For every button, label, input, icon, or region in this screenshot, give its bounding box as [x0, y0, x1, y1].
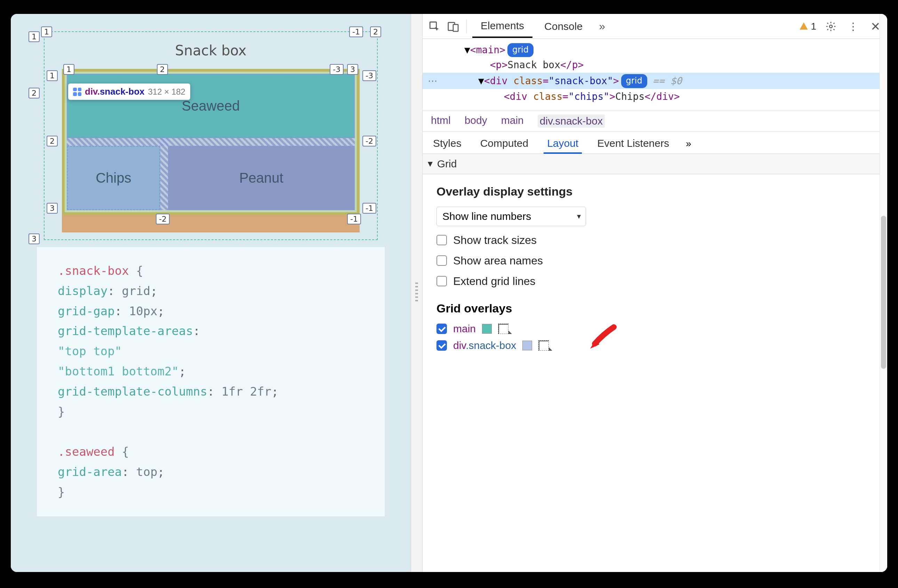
content-row: 1 -1 2 1 2 3 Snack box 1 2 -3 3	[11, 14, 887, 572]
grid-line-badge: 2	[370, 26, 381, 37]
grid-line-badge: 1	[29, 31, 40, 42]
tooltip-dimensions: 312 × 182	[148, 87, 185, 97]
dom-node-chips[interactable]: <div class="chips">Chips</div>	[423, 89, 887, 104]
check-area-names[interactable]: Show area names	[437, 254, 873, 267]
page-preview: 1 -1 2 1 2 3 Snack box 1 2 -3 3	[37, 31, 384, 516]
layout-body: Overlay display settings Show line numbe…	[423, 174, 887, 572]
dom-gutter-icon[interactable]: ⋯	[423, 74, 443, 88]
resize-handle[interactable]	[411, 14, 423, 572]
svg-rect-2	[453, 25, 458, 31]
grid-line-badge: 1	[41, 26, 52, 37]
devtools-toolbar: Elements Console » 1 ⋮ ✕	[423, 14, 887, 39]
color-swatch[interactable]	[482, 324, 492, 334]
tooltip-selector: div.snack-box	[85, 86, 145, 97]
inspect-element-button[interactable]	[427, 19, 442, 34]
app-window: 1 -1 2 1 2 3 Snack box 1 2 -3 3	[11, 14, 887, 572]
tab-elements[interactable]: Elements	[472, 14, 532, 38]
dom-node-p[interactable]: <p>Snack box</p>	[423, 57, 887, 72]
warning-count: 1	[811, 21, 816, 32]
dom-node-main[interactable]: ▼<main>grid	[423, 42, 887, 57]
checkbox-icon	[437, 256, 447, 266]
reveal-element-icon[interactable]	[498, 323, 509, 334]
grid-line-badge: -2	[156, 214, 170, 225]
code-line: .snack-box {	[58, 261, 364, 281]
checkbox-icon	[437, 235, 447, 245]
crumb-body[interactable]: body	[464, 114, 487, 128]
overlay-settings-title: Overlay display settings	[437, 185, 873, 198]
code-line: }	[58, 402, 364, 422]
code-block: .snack-box { display: grid; grid-gap: 10…	[37, 247, 384, 516]
scrollbar[interactable]	[880, 14, 887, 572]
grid-line-badge: -3	[330, 64, 344, 75]
check-extend-lines[interactable]: Extend grid lines	[437, 275, 873, 288]
code-line: .seaweed {	[58, 442, 364, 462]
cell-chips: Chips	[67, 146, 160, 210]
page-title: Snack box	[45, 32, 377, 58]
code-line: grid-template-areas:	[58, 321, 364, 341]
crumb-div-snackbox[interactable]: div.snack-box	[538, 114, 605, 128]
line-numbers-select[interactable]: Show line numbers	[437, 207, 586, 226]
grid-line-badge: 1	[63, 64, 74, 75]
scrollbar-thumb[interactable]	[881, 216, 886, 369]
tab-event-listeners[interactable]: Event Listeners	[594, 133, 673, 154]
grid-section-header[interactable]: ▼ Grid	[423, 154, 887, 174]
grip-icon	[415, 283, 418, 303]
grid-line-badge: 1	[47, 70, 58, 81]
code-line	[58, 422, 364, 442]
overlay-row-snackbox: div.snack-box	[437, 340, 873, 351]
select-value: Show line numbers	[442, 211, 531, 222]
check-label: Extend grid lines	[453, 275, 536, 288]
grid-line-badge: 2	[29, 88, 40, 99]
check-label: Show track sizes	[453, 234, 537, 247]
tab-console[interactable]: Console	[536, 15, 591, 38]
more-styles-tabs[interactable]: »	[684, 134, 693, 154]
more-tabs-button[interactable]: »	[594, 19, 610, 34]
grid-line-badge: 2	[157, 64, 168, 75]
tab-layout[interactable]: Layout	[544, 133, 582, 154]
grid-line-badge: -1	[362, 203, 376, 214]
dom-node-selected[interactable]: ⋯ ▼<div class="snack-box">grid== $0	[423, 73, 887, 89]
grid-line-badge: 3	[347, 64, 358, 75]
warnings-badge[interactable]: 1	[799, 21, 816, 32]
device-toggle-button[interactable]	[446, 19, 461, 34]
bottom-band	[62, 215, 360, 232]
checkbox-checked-icon[interactable]	[437, 323, 447, 334]
grid-section-title: Grid	[437, 158, 457, 170]
grid-line-badge: 3	[29, 234, 40, 244]
grid-line-badge: -3	[362, 70, 376, 81]
styles-tabs: Styles Computed Layout Event Listeners »	[423, 131, 887, 154]
toolbar-separator	[466, 20, 467, 34]
devtools-inner: Elements Console » 1 ⋮ ✕ ▼<main>g	[423, 14, 887, 572]
code-line: grid-gap: 10px;	[58, 301, 364, 322]
tab-styles[interactable]: Styles	[429, 133, 465, 154]
reveal-element-icon[interactable]	[538, 340, 549, 351]
main-grid-overlay: 1 -1 2 1 2 3 Snack box 1 2 -3 3	[44, 31, 378, 240]
code-line: grid-template-columns: 1fr 2fr;	[58, 382, 364, 402]
overlay-element-name[interactable]: div.snack-box	[453, 340, 516, 351]
viewport-pane: 1 -1 2 1 2 3 Snack box 1 2 -3 3	[11, 14, 411, 572]
inspect-tooltip: div.snack-box 312 × 182	[68, 83, 190, 100]
settings-button[interactable]	[823, 19, 838, 34]
disclosure-triangle-icon: ▼	[426, 159, 434, 169]
kebab-menu-button[interactable]: ⋮	[846, 19, 861, 34]
color-swatch[interactable]	[522, 341, 532, 350]
overlay-element-name[interactable]: main	[453, 323, 476, 335]
crumb-main[interactable]: main	[501, 114, 524, 128]
check-track-sizes[interactable]: Show track sizes	[437, 234, 873, 247]
svg-point-3	[829, 25, 832, 28]
grid-line-badge: -2	[362, 136, 376, 146]
grid-line-badge: -1	[347, 214, 361, 225]
dom-tree[interactable]: ▼<main>grid <p>Snack box</p> ⋯ ▼<div cla…	[423, 39, 887, 111]
grid-line-badge: 3	[47, 203, 58, 214]
grid-line-badge: -1	[349, 26, 363, 37]
crumb-html[interactable]: html	[431, 114, 451, 128]
code-line: "bottom1 bottom2";	[58, 362, 364, 382]
code-line: }	[58, 482, 364, 502]
code-line: "top top"	[58, 341, 364, 362]
checkbox-checked-icon[interactable]	[437, 340, 447, 351]
grid-overlays-title: Grid overlays	[437, 302, 873, 315]
tab-computed[interactable]: Computed	[477, 133, 532, 154]
breadcrumbs[interactable]: html body main div.snack-box	[423, 111, 887, 131]
devtools: Elements Console » 1 ⋮ ✕ ▼<main>g	[423, 14, 887, 572]
code-line: display: grid;	[58, 281, 364, 301]
